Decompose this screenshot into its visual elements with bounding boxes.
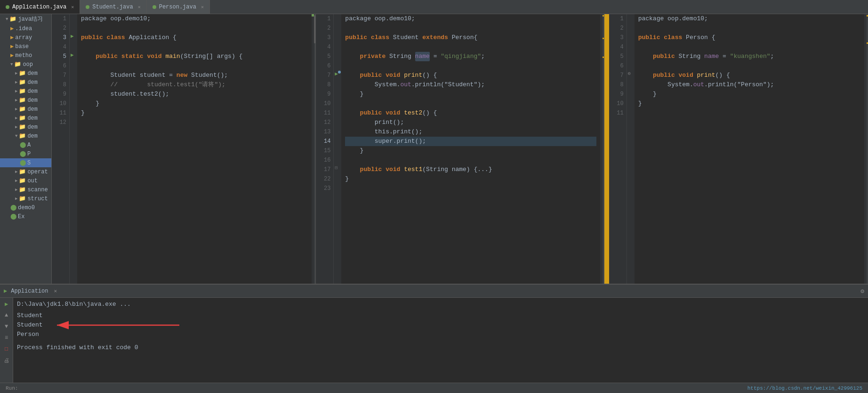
app-l5-t3: void [147, 52, 165, 61]
console-area[interactable]: D:\Java\jdk1.8\bin\java.exe ... Student … [13, 298, 868, 383]
sidebar-label-struct: struct [27, 196, 48, 202]
gutter-person: ⊙ [627, 14, 635, 284]
run-up-btn[interactable]: ▲ [2, 311, 11, 319]
pe-line-4 [638, 42, 860, 52]
run-sidebar: ▶ ▲ ▼ ≡ □ 🖨 [0, 298, 13, 383]
tab-label-student: Student.java [92, 4, 133, 10]
sidebar-item-idea[interactable]: ▶ .idea [0, 24, 51, 33]
pe-l5-t5: "kuangshen" [730, 52, 771, 61]
pe-l3-t3: Person { [686, 33, 715, 42]
sidebar-item-dem5[interactable]: ▶ 📁 dem [0, 105, 51, 114]
sidebar-label-dem2: dem [27, 79, 38, 86]
sidebar-label-root: java结习 [18, 15, 43, 23]
st-line-14: super.print(); [345, 137, 596, 146]
pe-l7-t4: () { [715, 71, 730, 80]
gutter-application: ▶ ▶ [70, 14, 77, 284]
sidebar-item-dem3[interactable]: ▶ 📁 dem [0, 87, 51, 96]
folder-scanne: 📁 [19, 186, 26, 193]
run-stop-btn[interactable]: ≡ [2, 334, 11, 342]
sidebar-item-demo0[interactable]: ⬤ demo0 [0, 203, 51, 212]
status-run-label: Run: [6, 385, 18, 391]
app-l10-t0 [81, 99, 96, 108]
sidebar-item-oop[interactable]: ▼ 📁 oop [0, 60, 51, 69]
sln-12: 12 [319, 118, 330, 127]
tab-close-application[interactable]: ✕ [71, 4, 74, 10]
sidebar-label-scanne: scanne [27, 187, 48, 193]
st-l3-t2: class [371, 33, 393, 42]
tab-close-person[interactable]: ✕ [201, 4, 204, 10]
sidebar-item-s[interactable]: ⬤ S [0, 158, 51, 167]
st-line-9: } [345, 90, 596, 99]
settings-icon[interactable]: ⚙ [860, 287, 864, 295]
sln-16: 16 [319, 156, 330, 165]
code-scroll-application[interactable]: 1 2 3 4 5 6 7 8 9 10 11 12 ▶ [52, 14, 315, 284]
sidebar-item-dem7[interactable]: ▶ 📁 dem [0, 123, 51, 131]
run-clear-btn[interactable]: □ [2, 345, 11, 353]
code-scroll-person[interactable]: 1 2 3 4 5 6 7 8 9 10 11 ⊙ [604, 14, 868, 284]
sidebar-item-ex[interactable]: ⬤ Ex [0, 212, 51, 221]
st-l12-t1: print(); [375, 118, 404, 127]
sidebar-item-operat[interactable]: ▶ 📁 operat [0, 167, 51, 176]
st-l5-t0 [345, 52, 360, 61]
run-play-btn[interactable]: ▶ [2, 300, 11, 308]
pe-l8-t0 [638, 80, 667, 90]
scrollbar-student[interactable] [600, 14, 604, 284]
sidebar-item-dem6[interactable]: ▶ 📁 dem [0, 114, 51, 123]
run-down-btn[interactable]: ▼ [2, 322, 11, 331]
bottom-tab-bar: ▶ Application ✕ ⚙ [0, 285, 868, 298]
sidebar-item-dem1[interactable]: ▶ 📁 dem [0, 69, 51, 78]
scrollbar-track-app [314, 14, 315, 284]
sidebar-item-dem2[interactable]: ▶ 📁 dem [0, 78, 51, 87]
sidebar-item-scanne[interactable]: ▶ 📁 scanne [0, 185, 51, 194]
folder-dem1: 📁 [19, 70, 26, 77]
ln-1: 1 [55, 14, 66, 24]
app-l9-t0 [81, 90, 110, 99]
st-l17-t1: public [360, 165, 386, 174]
output-line-1: Student [17, 311, 43, 320]
scrollbar-app[interactable] [312, 14, 315, 284]
sidebar-item-base[interactable]: ▶ base [0, 42, 51, 51]
sidebar-item-struct[interactable]: ▶ 📁 struct [0, 194, 51, 203]
pln-1: 1 [612, 14, 624, 24]
tab-person[interactable]: Person.java ✕ [147, 0, 210, 14]
line-numbers-student: 1 2 3 4 5 6 7 8 9 10 11 12 13 14 [316, 14, 334, 284]
scrollbar-person[interactable] [864, 14, 868, 284]
tab-student[interactable]: Student.java ✕ [80, 0, 146, 14]
st-l3-t1: public [345, 33, 371, 42]
tab-application[interactable]: Application.java ✕ [0, 0, 80, 14]
pe-l10-t1: } [638, 99, 642, 108]
sidebar-item-a[interactable]: ⬤ A [0, 140, 51, 149]
run-tab-close[interactable]: ✕ [54, 288, 57, 294]
sidebar-item-array[interactable]: ▶ array [0, 33, 51, 42]
arrow-dem5: ▶ [15, 106, 17, 112]
yellow-mark-3 [603, 57, 604, 58]
st-l5-t2: String [389, 52, 415, 61]
st-l7-t2: void [386, 71, 404, 80]
app-l9-t1: student.test2(); [110, 90, 169, 99]
run-print-btn[interactable]: 🖨 [2, 356, 11, 365]
code-scroll-student[interactable]: 1 2 3 4 5 6 7 8 9 10 11 12 13 14 [316, 14, 603, 284]
run-arrow-5: ▶ [71, 52, 74, 58]
st-l17-t4: (String name) {...} [422, 165, 492, 174]
sln-23: 23 [319, 184, 330, 193]
sidebar-item-out[interactable]: ▶ 📁 out [0, 176, 51, 185]
st-l3-t4: extends [422, 33, 451, 42]
sidebar-item-dem8[interactable]: ▼ 📁 dem [0, 131, 51, 140]
sidebar-label-dem4: dem [27, 97, 38, 104]
sidebar-item-metho[interactable]: ▶ metho [0, 51, 51, 60]
st-line-16 [345, 156, 596, 165]
ln-11: 11 [55, 108, 66, 118]
tab-close-student[interactable]: ✕ [138, 4, 141, 10]
output-lines: Student Student Person [17, 311, 43, 339]
bottom-panel: ▶ Application ✕ ⚙ ▶ ▲ ▼ ≡ □ 🖨 D:\Java\jd… [0, 284, 868, 383]
st-l17-t0 [345, 165, 360, 174]
st-l5-name: name [415, 52, 430, 61]
pe-l7-t1: public [653, 71, 679, 80]
sidebar-item-dem4[interactable]: ▶ 📁 dem [0, 96, 51, 105]
tab-dot-application [6, 5, 9, 9]
arrow-dem7: ▶ [15, 124, 17, 130]
sidebar-item-root[interactable]: ▼ 📁 java结习 [0, 14, 51, 24]
st-line-13: this.print(); [345, 127, 596, 137]
app-l1-t1: package oop.demo10; [81, 14, 151, 24]
sidebar-item-p[interactable]: ⬤ P [0, 149, 51, 158]
